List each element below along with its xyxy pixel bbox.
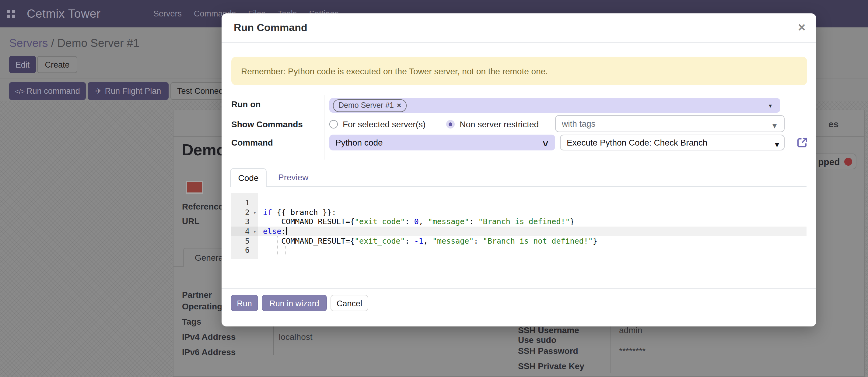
run-flight-plan-button[interactable]: ✈ Run Flight Plan <box>88 82 168 100</box>
chevron-down-icon: ∨ <box>541 138 550 148</box>
radio-non-server-restricted[interactable] <box>446 120 455 128</box>
tags-label: Tags <box>182 317 201 326</box>
plane-icon: ✈ <box>95 86 102 96</box>
python-warning-alert: Remember: Python code is executed on the… <box>231 57 807 85</box>
editor-line-1[interactable]: 1 <box>231 198 807 207</box>
breadcrumb-separator: / <box>48 36 58 49</box>
edit-button[interactable]: Edit <box>9 56 36 73</box>
tab-preview[interactable]: Preview <box>267 168 320 186</box>
card-header-fragment: es <box>829 119 838 129</box>
breadcrumb-servers-link[interactable]: Servers <box>9 36 48 49</box>
run-flight-plan-label: Run Flight Plan <box>105 86 161 96</box>
radio-for-selected-servers[interactable] <box>329 120 338 128</box>
run-command-button[interactable]: </> Run command <box>9 82 86 100</box>
server-color-swatch[interactable] <box>186 181 203 194</box>
run-command-modal: Run Command × Remember: Python code is e… <box>222 13 816 326</box>
partner-label: Partner <box>182 290 212 300</box>
apps-grid-icon[interactable] <box>7 10 15 18</box>
editor-line-3[interactable]: 3 COMMAND_RESULT={"exit_code": 0, "messa… <box>231 217 807 227</box>
radio-for-selected-servers-label[interactable]: For selected server(s) <box>343 119 426 129</box>
test-connection-button[interactable]: Test Connec <box>170 82 229 100</box>
brand-title[interactable]: Cetmix Tower <box>27 0 101 27</box>
line-number: 6 <box>231 246 258 255</box>
server-tag-pill[interactable]: Demo Server #1 × <box>333 99 407 112</box>
text-cursor <box>286 227 287 235</box>
code-editor-lines: 12▾if {{ branch }}:3 COMMAND_RESULT={"ex… <box>231 198 807 255</box>
breadcrumb-current: Demo Server #1 <box>57 36 139 49</box>
modal-footer-divider <box>222 288 816 289</box>
ipv4-value: localhost <box>279 332 313 342</box>
ssh-private-key-label: SSH Private Key <box>518 361 584 371</box>
ssh-username-value: admin <box>619 325 642 335</box>
server-tag-label: Demo Server #1 <box>338 101 394 110</box>
run-on-label: Run on <box>231 96 260 112</box>
external-link-icon[interactable] <box>796 137 808 149</box>
tags-filter-select[interactable]: with tags ▾ <box>555 115 785 132</box>
menu-item-servers[interactable]: Servers <box>153 9 182 18</box>
ssh-password-label: SSH Password <box>518 346 578 356</box>
line-number: 1 <box>231 198 258 207</box>
command-type-select[interactable]: Python code ∨ <box>329 135 555 150</box>
editor-tabs: Code Preview <box>230 168 807 187</box>
editor-line-6[interactable]: 6 <box>231 246 807 255</box>
server-status-badge[interactable]: pped <box>810 153 857 169</box>
command-reference-value: Execute Python Code: Check Branch <box>567 138 707 147</box>
indent-guide <box>285 246 286 255</box>
cancel-button[interactable]: Cancel <box>331 295 368 311</box>
show-commands-radios: For selected server(s) Non server restri… <box>329 116 539 132</box>
modal-title: Run Command <box>234 13 307 42</box>
code-icon: </> <box>15 87 25 95</box>
editor-line-4[interactable]: 4▾else: <box>231 227 807 236</box>
create-button[interactable]: Create <box>37 56 77 73</box>
line-number: 2▾ <box>231 207 258 217</box>
run-in-wizard-button[interactable]: Run in wizard <box>262 295 327 311</box>
close-icon[interactable]: × <box>798 20 806 35</box>
command-label: Command <box>231 135 273 150</box>
editor-line-2[interactable]: 2▾if {{ branch }}: <box>231 207 807 217</box>
status-label-fragment: pped <box>818 156 840 167</box>
tab-code[interactable]: Code <box>230 168 267 187</box>
ssh-username-label: SSH Username <box>518 325 579 335</box>
caret-down-icon: ▾ <box>775 140 779 149</box>
run-on-field[interactable]: Demo Server #1 × ▾ <box>329 98 780 113</box>
editor-line-5[interactable]: 5 COMMAND_RESULT={"exit_code": -1, "mess… <box>231 236 807 246</box>
line-number: 3 <box>231 217 258 227</box>
indent-guide <box>277 236 278 256</box>
tags-filter-placeholder: with tags <box>562 119 596 128</box>
screen: Cetmix Tower Servers Commands Files Tool… <box>0 0 868 377</box>
status-stopped-dot-icon <box>844 157 852 165</box>
show-commands-label: Show Commands <box>231 116 303 132</box>
ssh-password-value: ******** <box>619 346 646 356</box>
ipv4-label: IPv4 Address <box>182 332 236 342</box>
modal-header-divider <box>222 42 816 42</box>
operating-system-label: Operating <box>182 301 222 311</box>
form-column-divider <box>324 95 324 160</box>
line-number: 5 <box>231 236 258 246</box>
caret-down-icon: ▾ <box>769 102 772 109</box>
fold-arrow-icon[interactable]: ▾ <box>253 208 256 218</box>
alert-text: Remember: Python code is executed on the… <box>241 66 548 76</box>
reference-label: Reference <box>182 202 223 211</box>
breadcrumb: Servers / Demo Server #1 <box>9 36 140 50</box>
run-command-label: Run command <box>27 86 80 96</box>
ipv6-label: IPv6 Address <box>182 347 236 357</box>
caret-down-icon: ▾ <box>772 121 777 130</box>
tab-general-label: General <box>195 253 225 262</box>
tag-remove-icon[interactable]: × <box>397 101 401 110</box>
server-title-fragment: Demo <box>182 141 226 160</box>
run-button[interactable]: Run <box>231 295 258 311</box>
use-sudo-label: Use sudo <box>518 335 556 345</box>
fold-arrow-icon[interactable]: ▾ <box>253 227 256 237</box>
line-number: 4▾ <box>231 227 258 236</box>
command-type-value: Python code <box>335 138 383 147</box>
code-editor[interactable]: 12▾if {{ branch }}:3 COMMAND_RESULT={"ex… <box>231 193 807 259</box>
command-reference-select[interactable]: Execute Python Code: Check Branch ▾ <box>560 135 785 150</box>
radio-non-server-restricted-label[interactable]: Non server restricted <box>460 119 539 129</box>
url-label: URL <box>182 216 200 226</box>
